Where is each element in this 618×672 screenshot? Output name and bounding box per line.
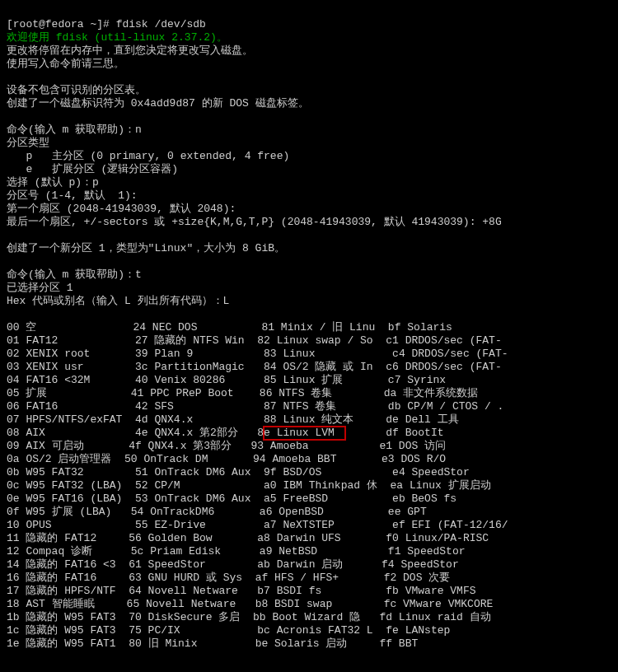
last-sector[interactable]: 最后一个扇区, +/-sectors 或 +size{K,M,G,T,P} (2… [7,216,502,228]
shell-prompt: [root@fedora ~]# [7,18,116,30]
code-row: 1b 隐藏的 W95 FAT3 70 DiskSecure 多启 bb Boot… [7,611,611,624]
code-row: 0a OS/2 启动管理器 50 OnTrack DM 94 Amoeba BB… [7,453,611,466]
cmd-n[interactable]: n [135,124,142,136]
command-prompt: 命令(输入 m 获取帮助)： [7,268,135,281]
command-prompt: 命令(输入 m 获取帮助)： [7,124,135,136]
code-row: 12 Compaq 诊断 5c Priam Edisk a9 NetBSD f1… [7,545,611,558]
code-row: 0e W95 FAT16 (LBA) 53 OnTrack DM6 Aux a5… [7,492,611,506]
created-partition: 创建了一个新分区 1，类型为"Linux"，大小为 8 GiB。 [7,242,285,254]
code-row: 04 FAT16 <32M 40 Venix 80286 85 Linux 扩展… [7,374,611,387]
first-sector[interactable]: 第一个扇区 (2048-41943039, 默认 2048): [7,203,236,215]
care-msg: 使用写入命令前请三思。 [7,58,124,70]
code-row: 14 隐藏的 FAT16 <3 61 SpeedStor ab Darwin 启… [7,558,611,572]
code-row: 1c 隐藏的 W95 FAT3 75 PC/IX bc Acronis FAT3… [7,624,611,637]
code-row: 02 XENIX root 39 Plan 9 83 Linux c4 DRDO… [7,348,611,361]
code-row: 18 AST 智能睡眠 65 Novell Netware b8 BSDI sw… [7,598,611,611]
code-row: 00 空 24 NEC DOS 81 Minix / 旧 Linu bf Sol… [7,321,611,334]
code-row: 10 OPUS 55 EZ-Drive a7 NeXTSTEP ef EFI (… [7,519,611,532]
welcome-line: 欢迎使用 fdisk (util-linux 2.37.2)。 [7,31,227,44]
partition-number[interactable]: 分区号 (1-4, 默认 1): [7,189,138,202]
code-row: 0c W95 FAT32 (LBA) 52 CP/M a0 IBM Thinkp… [7,479,611,492]
cmd-t[interactable]: t [135,268,142,281]
code-row: 0f W95 扩展 (LBA) 54 OnTrackDM6 a6 OpenBSD… [7,506,611,519]
partition-codes-table: 00 空 24 NEC DOS 81 Minix / 旧 Linu bf Sol… [7,321,611,651]
code-row: 06 FAT16 42 SFS 87 NTFS 卷集 db CP/M / CTO… [7,400,611,413]
code-row: 07 HPFS/NTFS/exFAT 4d QNX4.x 88 Linux 纯文… [7,413,611,427]
code-row: 01 FAT12 27 隐藏的 NTFS Win 82 Linux swap /… [7,334,611,348]
code-row: 16 隐藏的 FAT16 63 GNU HURD 或 Sys af HFS / … [7,572,611,585]
part-type-hdr: 分区类型 [7,137,49,149]
new-label-msg: 创建了一个磁盘标识符为 0x4add9d87 的新 DOS 磁盘标签。 [7,97,309,110]
code-row: 0b W95 FAT32 51 OnTrack DM6 Aux 9f BSD/O… [7,466,611,479]
part-p-line: p 主分区 (0 primary, 0 extended, 4 free) [7,150,289,162]
code-row: 03 XENIX usr 3c PartitionMagic 84 OS/2 隐… [7,361,611,374]
code-row: 09 AIX 可启动 4f QNX4.x 第3部分 93 Amoeba e1 D… [7,440,611,453]
terminal-output: [root@fedora ~]# fdisk /dev/sdb 欢迎使用 fdi… [0,0,618,672]
no-table-msg: 设备不包含可识别的分区表。 [7,84,146,96]
code-row: 1e 隐藏的 W95 FAT1 80 旧 Minix be Solaris 启动… [7,637,611,651]
select-default-p[interactable]: 选择 (默认 p)：p [7,176,99,189]
code-row: 17 隐藏的 HPFS/NTF 64 Novell Netware b7 BSD… [7,585,611,598]
selected-partition: 已选择分区 1 [7,282,73,294]
code-row: 08 AIX 4e QNX4.x 第2部分 8e Linux LVM df Bo… [7,427,611,440]
code-row: 05 扩展 41 PPC PReP Boot 86 NTFS 卷集 da 非文件… [7,387,611,400]
code-row: 11 隐藏的 FAT12 56 Golden Bow a8 Darwin UFS… [7,532,611,545]
part-e-line: e 扩展分区 (逻辑分区容器) [7,163,178,175]
hex-prompt[interactable]: Hex 代码或别名（输入 L 列出所有代码）：L [7,295,229,307]
command-fdisk: fdisk /dev/sdb [116,18,206,30]
buffer-msg: 更改将停留在内存中，直到您决定将更改写入磁盘。 [7,44,253,57]
